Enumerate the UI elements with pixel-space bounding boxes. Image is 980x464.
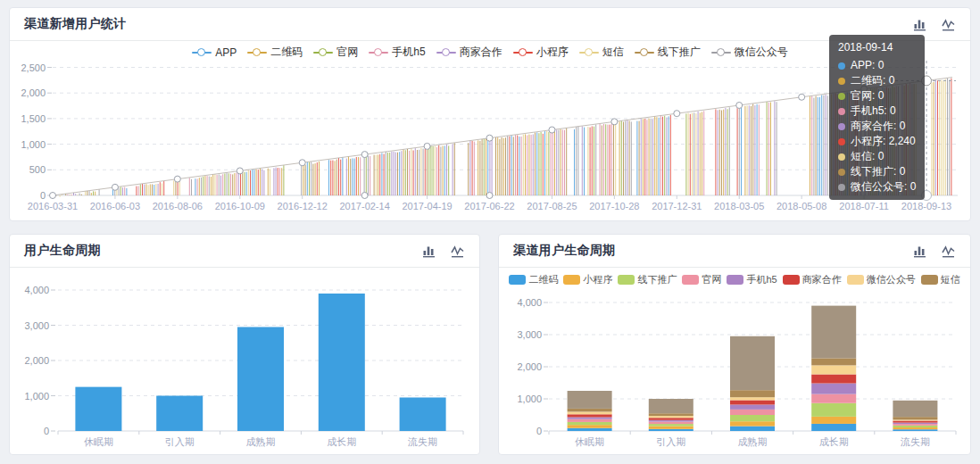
legend-item-线下推广[interactable]: 线下推广 [635,45,701,60]
segment-小程序[interactable] [811,417,856,424]
legend-item-官网[interactable]: 官网 [313,45,358,60]
segment-二维码[interactable] [568,428,612,431]
segment-短信[interactable] [649,413,693,416]
segment-商家合作[interactable] [730,400,775,404]
bar-流失期[interactable] [400,397,446,431]
line-chart-icon[interactable] [451,244,465,258]
segment-短信[interactable] [893,417,937,419]
segment-二维码[interactable] [811,424,856,431]
segment-手机h5[interactable] [730,404,775,409]
bar-chart-icon[interactable] [422,244,436,258]
segment-官网[interactable] [811,394,856,403]
legend-label: 短信 [602,45,624,60]
segment-官网[interactable] [730,410,775,415]
legend-line-marker [579,48,599,57]
x-category-label: 引入期 [165,436,195,447]
legend-label: 线下推广 [658,45,701,60]
segment-手机h5[interactable] [568,418,612,419]
segment-线下推广[interactable] [893,426,937,427]
segment-短信[interactable] [811,358,856,365]
segment-小程序[interactable] [568,425,612,428]
card-title: 渠道用户生命周期 [513,243,615,259]
x-tick-label: 2016-12-12 [278,201,328,211]
legend-item-官网[interactable]: 官网 [682,273,721,286]
x-category-label: 休眠期 [575,436,604,447]
segment-官网[interactable] [893,424,937,426]
legend-item-短信[interactable]: 短信 [579,45,624,60]
chart-type-toggles [913,17,956,31]
x-category-label: 休眠期 [84,436,113,447]
y-tick-label: 1,500 [21,113,46,124]
legend-item-商家合作[interactable]: 商家合作 [783,273,842,286]
segment-官网[interactable] [649,422,693,425]
segment-二维码[interactable] [649,429,693,431]
legend-item-商家合作[interactable]: 商家合作 [436,45,502,60]
segment-微信公众号[interactable] [649,416,693,418]
segment-短信[interactable] [649,399,693,413]
line-chart-icon[interactable] [942,17,956,31]
legend-item-手机h5[interactable]: 手机h5 [369,45,425,60]
legend-line-marker [436,48,456,57]
segment-短信[interactable] [811,306,856,359]
bar-引入期[interactable] [156,396,203,432]
bar-成长期[interactable] [319,294,365,431]
card-header: 渠道用户生命周期 [499,235,970,268]
segment-手机h5[interactable] [649,420,693,422]
segment-二维码[interactable] [893,429,937,431]
y-tick-label: 4,000 [24,285,49,295]
segment-短信[interactable] [730,336,775,390]
segment-手机h5[interactable] [893,423,937,424]
legend-item-二维码[interactable]: 二维码 [509,273,558,286]
segment-线下推广[interactable] [568,422,612,425]
legend-item-微信公众号[interactable]: 微信公众号 [711,45,788,60]
segment-微信公众号[interactable] [811,365,856,374]
segment-微信公众号[interactable] [893,419,937,420]
legend-item-APP[interactable]: APP [192,46,237,59]
legend-label: 微信公众号 [867,273,916,286]
stacked-bar-引入期[interactable] [649,399,693,431]
segment-短信[interactable] [568,391,612,409]
bar-chart-icon[interactable] [913,17,927,31]
segment-手机h5[interactable] [811,384,856,394]
segment-微信公众号[interactable] [730,397,775,400]
segment-官网[interactable] [568,419,612,422]
segment-二维码[interactable] [730,427,775,431]
segment-小程序[interactable] [893,427,937,429]
bar-chart-icon[interactable] [913,244,927,258]
stacked-bar-成长期[interactable] [811,306,856,431]
stacked-bar-休眠期[interactable] [568,391,612,431]
segment-短信[interactable] [893,401,937,417]
segment-线下推广[interactable] [811,403,856,417]
segment-商家合作[interactable] [893,420,937,422]
legend-item-二维码[interactable]: 二维码 [247,45,303,60]
card-channel-new-users: 渠道新增用户统计 APP 二维码 官网 [9,7,971,221]
segment-商家合作[interactable] [649,418,693,420]
legend-item-线下推广[interactable]: 线下推广 [618,273,677,286]
legend-item-短信[interactable]: 短信 [921,273,960,286]
bar-休眠期[interactable] [75,387,121,431]
segment-小程序[interactable] [649,427,693,429]
segment-商家合作[interactable] [811,374,856,383]
segment-短信[interactable] [568,409,612,412]
segment-商家合作[interactable] [568,414,612,417]
y-tick-label: 0 [536,426,542,436]
segment-线下推广[interactable] [649,424,693,427]
segment-线下推广[interactable] [730,415,775,421]
legend-label: 商家合作 [802,273,842,286]
legend-item-微信公众号[interactable]: 微信公众号 [847,273,916,286]
segment-短信[interactable] [730,390,775,397]
legend-item-小程序[interactable]: 小程序 [513,45,569,60]
segment-小程序[interactable] [730,421,775,426]
legend-item-小程序[interactable]: 小程序 [563,273,612,286]
legend-item-手机h5[interactable]: 手机h5 [727,273,777,286]
bar-成熟期[interactable] [237,327,284,431]
stacked-bar-成熟期[interactable] [730,336,775,431]
line-chart-icon[interactable] [942,244,956,258]
legend-swatch [618,275,635,285]
hovered-point-marker [922,76,932,86]
segment-微信公众号[interactable] [568,411,612,414]
y-tick-label: 3,000 [24,320,49,331]
legend-label: 二维码 [270,45,303,60]
stacked-bar-流失期[interactable] [893,401,937,431]
y-tick-label: 2,000 [21,87,46,98]
